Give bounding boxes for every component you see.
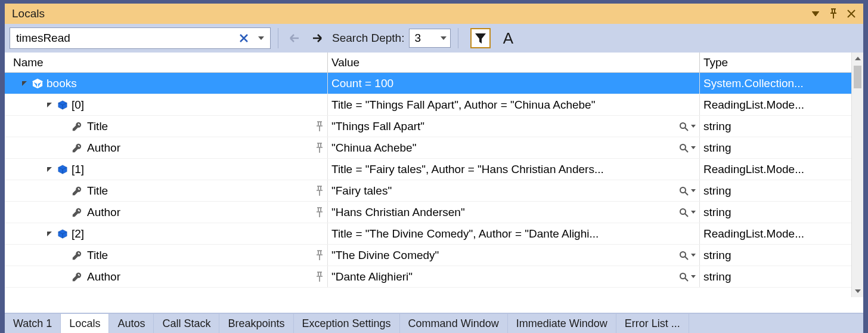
table-row[interactable]: [1]Title = "Fairy tales", Author = "Hans… [5,159,863,180]
tab-label: Autos [117,317,145,330]
tab-autos[interactable]: Autos [109,314,154,333]
close-icon[interactable] [844,7,858,21]
scroll-up-icon[interactable] [852,53,863,64]
tab-call-stack[interactable]: Call Stack [154,314,219,333]
table-row[interactable]: [2]Title = "The Divine Comedy", Author =… [5,223,863,245]
tab-watch-1[interactable]: Watch 1 [5,314,61,333]
cell-name[interactable]: [1] [5,159,328,180]
cell-name[interactable]: Author [5,266,328,287]
column-header-name[interactable]: Name [5,53,328,72]
cell-value[interactable]: "Fairy tales" [328,180,700,201]
visualizer-icon[interactable] [679,186,689,196]
pin-icon[interactable] [315,272,324,282]
object-icon [56,227,69,240]
bottom-tabstrip: Watch 1LocalsAutosCall StackBreakpointsE… [5,313,863,333]
cell-name[interactable]: [0] [5,94,328,115]
cell-value[interactable]: Title = "Things Fall Apart", Author = "C… [328,94,700,115]
tab-command-window[interactable]: Command Window [400,314,508,333]
visualizer-icon[interactable] [679,208,689,217]
table-row[interactable]: Title"The Divine Comedy"string [5,245,863,266]
cell-name[interactable]: Author [5,137,328,158]
cell-value[interactable]: Title = "Fairy tales", Author = "Hans Ch… [328,159,700,180]
expander-icon[interactable] [44,164,55,175]
vertical-scrollbar[interactable] [851,53,863,297]
visualizer-dropdown-icon[interactable] [691,146,696,149]
grid-body[interactable]: booksCount = 100System.Collection...[0]T… [5,73,863,313]
visualizer-icon[interactable] [679,122,689,131]
cell-name[interactable]: Title [5,245,328,266]
pin-icon[interactable] [315,121,324,132]
expander-icon[interactable] [44,229,55,239]
cell-value[interactable]: Title = "The Divine Comedy", Author = "D… [328,223,700,244]
search-input[interactable] [10,27,271,49]
visualizer-dropdown-icon[interactable] [691,254,696,257]
pin-icon[interactable] [826,7,841,21]
toolbar-divider [278,28,278,48]
row-type-text: string [703,270,731,283]
svg-marker-5 [47,103,52,107]
svg-marker-2 [441,36,447,40]
tab-immediate-window[interactable]: Immediate Window [508,314,616,333]
cell-name[interactable]: Title [5,180,328,201]
table-row[interactable]: Title"Things Fall Apart"string [5,116,863,137]
table-row[interactable]: [0]Title = "Things Fall Apart", Author =… [5,94,863,116]
pin-icon[interactable] [315,143,324,153]
search-depth-select[interactable]: 3 [409,29,451,48]
visualizer-dropdown-icon[interactable] [691,189,696,192]
nav-prev-button[interactable] [286,29,303,47]
grid-header: Name Value Type [5,53,851,73]
pin-icon[interactable] [315,207,324,218]
cell-value[interactable]: "Chinua Achebe" [328,137,700,158]
expander-icon[interactable] [44,100,55,110]
expander-icon[interactable] [19,78,30,89]
visualizer-controls [679,122,696,131]
pin-icon[interactable] [315,250,324,261]
panel-title: Locals [12,7,805,20]
svg-point-13 [680,209,686,214]
scroll-down-icon[interactable] [852,285,863,297]
filter-button[interactable] [470,28,491,48]
tab-breakpoints[interactable]: Breakpoints [219,314,293,333]
search-clear-button[interactable] [236,27,252,49]
cell-value[interactable]: "Things Fall Apart" [328,116,700,137]
chevron-down-icon [441,36,447,40]
visualizer-controls [679,208,696,217]
table-row[interactable]: Title"Fairy tales"string [5,180,863,202]
visualizer-icon[interactable] [679,143,689,153]
row-value-text: "Fairy tales" [331,184,392,198]
visualizer-dropdown-icon[interactable] [691,211,696,214]
nav-next-button[interactable] [308,29,326,47]
svg-point-8 [680,144,686,150]
cell-value[interactable]: Count = 100 [328,73,700,94]
visualizer-icon[interactable] [679,272,689,282]
cell-name[interactable]: [2] [5,223,328,244]
cell-value[interactable]: "Hans Christian Andersen" [328,202,700,223]
visualizer-dropdown-icon[interactable] [691,275,696,278]
table-row[interactable]: Author"Hans Christian Andersen"string [5,202,863,223]
svg-marker-9 [691,146,696,149]
row-type-text: ReadingList.Mode... [703,163,804,176]
pin-icon[interactable] [315,186,324,196]
cell-value[interactable]: "Dante Alighieri" [328,266,700,287]
cell-type: ReadingList.Mode... [700,94,863,115]
text-style-button[interactable]: A [498,28,518,48]
column-header-value[interactable]: Value [328,53,700,72]
table-row[interactable]: Author"Dante Alighieri"string [5,266,863,288]
window-position-icon[interactable] [808,7,823,21]
column-header-type[interactable]: Type [700,53,851,72]
table-row[interactable]: Author"Chinua Achebe"string [5,137,863,159]
cell-value[interactable]: "The Divine Comedy" [328,245,700,266]
visualizer-dropdown-icon[interactable] [691,125,696,128]
visualizer-icon[interactable] [679,251,689,260]
tab-error-list[interactable]: Error List ... [616,314,689,333]
cell-name[interactable]: books [5,73,328,94]
titlebar: Locals [5,4,863,24]
table-row[interactable]: booksCount = 100System.Collection... [5,73,863,94]
search-dropdown[interactable] [254,27,268,49]
tab-locals[interactable]: Locals [61,314,109,333]
cell-name[interactable]: Title [5,116,328,137]
cell-name[interactable]: Author [5,202,328,223]
scrollbar-thumb[interactable] [854,66,861,88]
tab-exception-settings[interactable]: Exception Settings [294,314,400,333]
visualizer-controls [679,143,696,153]
